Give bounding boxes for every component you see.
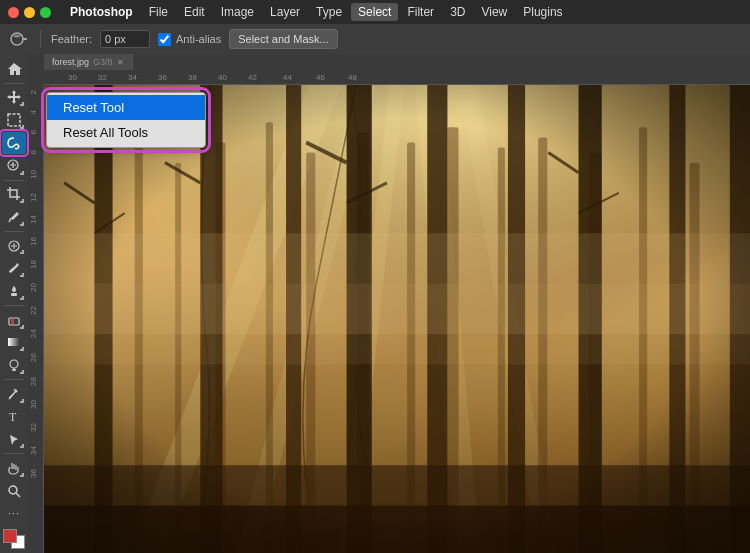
svg-point-10 (10, 360, 18, 368)
canvas-area: forest.jpg G3/8 ✕ 30 32 34 36 38 40 42 4… (28, 54, 750, 553)
svg-rect-2 (8, 114, 20, 126)
ruler-top: 30 32 34 36 38 40 42 44 46 48 (44, 70, 750, 85)
tool-eyedropper[interactable] (2, 206, 26, 228)
foreground-color-swatch[interactable] (3, 529, 17, 543)
tool-brush[interactable] (2, 257, 26, 279)
options-bar: Feather: Anti-alias Select and Mask... (0, 24, 750, 54)
svg-rect-58 (44, 85, 750, 553)
tool-rect-marquee[interactable] (2, 109, 26, 131)
svg-rect-8 (11, 318, 14, 325)
tool-corner-indicator (20, 199, 24, 203)
tool-move[interactable] (2, 87, 26, 109)
context-menu: Reset Tool Reset All Tools (46, 92, 206, 148)
context-menu-reset-tool[interactable]: Reset Tool (47, 95, 205, 120)
svg-point-13 (15, 389, 18, 392)
document-tab[interactable]: forest.jpg G3/8 ✕ (44, 54, 133, 70)
document-tabbar: forest.jpg G3/8 ✕ (44, 54, 750, 70)
tool-separator (4, 379, 24, 380)
tool-corner-indicator (20, 325, 24, 329)
window-controls (8, 7, 51, 18)
ruler-horizontal-numbers: 30 32 34 36 38 40 42 44 46 48 (58, 70, 750, 84)
divider-1 (40, 30, 41, 48)
background-color-swatch[interactable] (3, 529, 25, 549)
select-and-mask-button[interactable]: Select and Mask... (229, 29, 338, 49)
feather-input[interactable] (100, 30, 150, 48)
svg-line-4 (9, 218, 11, 222)
tool-corner-indicator (20, 347, 24, 351)
canvas-image[interactable] (44, 85, 750, 553)
menu-3d[interactable]: 3D (443, 3, 472, 21)
tool-healing-brush[interactable] (2, 235, 26, 257)
menu-bar: Photoshop File Edit Image Layer Type Sel… (0, 0, 750, 24)
tool-corner-indicator (20, 171, 24, 175)
menu-select[interactable]: Select (351, 3, 398, 21)
svg-point-15 (9, 486, 17, 494)
toolbar: T ··· (0, 54, 28, 553)
tool-separator (4, 231, 24, 232)
menu-edit[interactable]: Edit (177, 3, 212, 21)
tool-separator (4, 453, 24, 454)
tool-corner-indicator (20, 370, 24, 374)
menu-file[interactable]: File (142, 3, 175, 21)
menu-plugins[interactable]: Plugins (516, 3, 569, 21)
feather-label: Feather: (51, 33, 92, 45)
tool-corner-indicator (20, 444, 24, 448)
tool-zoom[interactable] (2, 480, 26, 502)
tool-corner-indicator (20, 273, 24, 277)
canvas-content (44, 85, 750, 553)
svg-line-16 (16, 493, 20, 497)
tool-lasso[interactable] (2, 132, 26, 154)
ruler-left: 2 4 6 8 10 12 14 16 18 20 22 24 26 28 30… (28, 85, 44, 553)
tool-pen[interactable] (2, 383, 26, 405)
tool-corner-indicator (20, 250, 24, 254)
svg-rect-1 (22, 38, 27, 40)
menu-view[interactable]: View (474, 3, 514, 21)
tool-extra[interactable]: ··· (2, 502, 26, 524)
tool-quick-select[interactable] (2, 155, 26, 177)
tool-corner-indicator (20, 102, 24, 106)
close-button[interactable] (8, 7, 19, 18)
svg-rect-9 (8, 338, 20, 346)
tool-path-selection[interactable] (2, 428, 26, 450)
svg-text:T: T (9, 410, 17, 423)
tool-separator (4, 83, 24, 84)
workspace: T ··· (0, 54, 750, 553)
menu-layer[interactable]: Layer (263, 3, 307, 21)
svg-rect-6 (11, 293, 17, 296)
menu-photoshop[interactable]: Photoshop (63, 3, 140, 21)
tool-corner-indicator (20, 473, 24, 477)
menu-type[interactable]: Type (309, 3, 349, 21)
menu-image[interactable]: Image (214, 3, 261, 21)
tool-home[interactable] (2, 58, 26, 80)
tool-clone-stamp[interactable] (2, 280, 26, 302)
tool-separator (4, 305, 24, 306)
tool-type[interactable]: T (2, 406, 26, 428)
tool-gradient[interactable] (2, 332, 26, 354)
tool-preset-picker[interactable] (8, 28, 30, 50)
close-tab-icon[interactable]: ✕ (117, 58, 124, 67)
tool-hand[interactable] (2, 457, 26, 479)
tool-dodge[interactable] (2, 354, 26, 376)
maximize-button[interactable] (40, 7, 51, 18)
tool-corner-indicator (20, 399, 24, 403)
context-menu-reset-all-tools[interactable]: Reset All Tools (47, 120, 205, 145)
antialias-label: Anti-alias (158, 33, 221, 46)
tool-corner-indicator (20, 222, 24, 226)
tool-corner-indicator (20, 125, 24, 129)
menu-filter[interactable]: Filter (400, 3, 441, 21)
antialias-checkbox[interactable] (158, 33, 171, 46)
tool-eraser[interactable] (2, 309, 26, 331)
tool-crop[interactable] (2, 183, 26, 205)
tool-separator (4, 180, 24, 181)
tool-corner-indicator (20, 296, 24, 300)
minimize-button[interactable] (24, 7, 35, 18)
